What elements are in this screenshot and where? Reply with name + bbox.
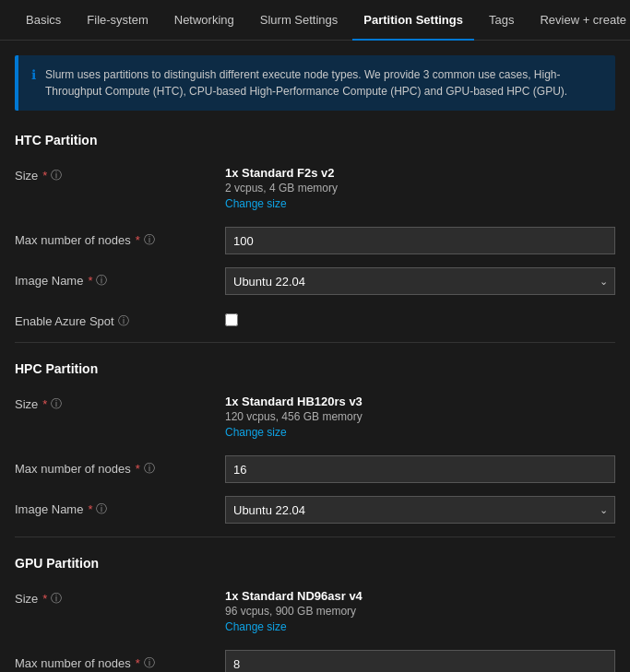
- hpc-gpu-divider: [15, 536, 615, 537]
- hpc-image-row: Image Name * ⓘ Ubuntu 22.04 ⌄: [15, 496, 615, 524]
- htc-image-select[interactable]: Ubuntu 22.04: [225, 267, 615, 295]
- hpc-size-display: 1x Standard HB120rs v3 120 vcpus, 456 GB…: [225, 391, 615, 442]
- htc-vm-name: 1x Standard F2s v2: [225, 166, 615, 180]
- htc-size-row: Size * ⓘ 1x Standard F2s v2 2 vcpus, 4 G…: [15, 162, 615, 214]
- htc-spot-checkbox[interactable]: [225, 313, 238, 326]
- htc-spot-control: [225, 308, 615, 329]
- htc-size-display: 1x Standard F2s v2 2 vcpus, 4 GB memory …: [225, 162, 615, 214]
- htc-image-label: Image Name * ⓘ: [15, 267, 218, 289]
- info-banner-text: Slurm uses partitions to distinguish dif…: [45, 66, 602, 100]
- nav-networking[interactable]: Networking: [163, 0, 245, 41]
- htc-image-required: *: [88, 274, 92, 288]
- htc-change-size-link[interactable]: Change size: [225, 197, 615, 210]
- gpu-max-nodes-info-icon[interactable]: ⓘ: [144, 655, 155, 671]
- htc-size-required: *: [42, 169, 47, 183]
- nav-partition[interactable]: Partition Settings: [352, 0, 474, 41]
- htc-spot-info-icon[interactable]: ⓘ: [118, 313, 129, 329]
- main-content: HTC Partition Size * ⓘ 1x Standard F2s v…: [0, 133, 630, 672]
- gpu-size-required: *: [42, 592, 47, 606]
- hpc-image-info-icon[interactable]: ⓘ: [96, 501, 107, 517]
- gpu-size-label: Size * ⓘ: [15, 585, 218, 607]
- gpu-vm-name: 1x Standard ND96asr v4: [225, 589, 615, 603]
- htc-max-nodes-label: Max number of nodes * ⓘ: [15, 227, 218, 248]
- hpc-image-label: Image Name * ⓘ: [15, 496, 218, 517]
- hpc-max-nodes-row: Max number of nodes * ⓘ: [15, 455, 615, 483]
- htc-image-select-wrapper: Ubuntu 22.04 ⌄: [225, 267, 615, 295]
- htc-max-nodes-required: *: [136, 233, 140, 247]
- htc-vm-detail: 2 vcpus, 4 GB memory: [225, 182, 615, 195]
- hpc-section: HPC Partition Size * ⓘ 1x Standard HB120…: [15, 361, 615, 524]
- htc-max-nodes-row: Max number of nodes * ⓘ: [15, 227, 615, 254]
- hpc-image-control: Ubuntu 22.04 ⌄: [225, 496, 615, 524]
- gpu-max-nodes-row: Max number of nodes * ⓘ: [15, 650, 615, 672]
- hpc-vm-name: 1x Standard HB120rs v3: [225, 395, 615, 408]
- gpu-size-row: Size * ⓘ 1x Standard ND96asr v4 96 vcpus…: [15, 585, 615, 637]
- htc-image-info-icon[interactable]: ⓘ: [96, 273, 107, 289]
- hpc-max-nodes-required: *: [136, 462, 140, 476]
- htc-image-row: Image Name * ⓘ Ubuntu 22.04 ⌄: [15, 267, 615, 295]
- htc-max-nodes-input[interactable]: [225, 227, 615, 254]
- hpc-vm-detail: 120 vcpus, 456 GB memory: [225, 410, 615, 423]
- hpc-image-select-wrapper: Ubuntu 22.04 ⌄: [225, 496, 615, 524]
- hpc-size-required: *: [42, 397, 47, 411]
- hpc-image-required: *: [88, 502, 92, 516]
- htc-spot-label: Enable Azure Spot ⓘ: [15, 308, 218, 329]
- nav-review[interactable]: Review + create: [529, 0, 630, 41]
- info-icon: ℹ: [31, 67, 36, 82]
- gpu-max-nodes-required: *: [136, 656, 140, 670]
- htc-image-value: Ubuntu 22.04: [233, 275, 305, 289]
- hpc-max-nodes-label: Max number of nodes * ⓘ: [15, 455, 218, 477]
- hpc-max-nodes-control: [225, 455, 615, 483]
- hpc-image-select[interactable]: Ubuntu 22.04: [225, 496, 615, 524]
- htc-max-nodes-info-icon[interactable]: ⓘ: [144, 232, 155, 248]
- hpc-max-nodes-input[interactable]: [225, 455, 615, 483]
- gpu-size-info-icon[interactable]: ⓘ: [51, 591, 62, 607]
- info-banner: ℹ Slurm uses partitions to distinguish d…: [15, 55, 615, 111]
- htc-max-nodes-control: [225, 227, 615, 254]
- hpc-image-value: Ubuntu 22.04: [233, 503, 305, 517]
- gpu-max-nodes-label: Max number of nodes * ⓘ: [15, 650, 218, 671]
- gpu-header: GPU Partition: [15, 556, 615, 571]
- hpc-max-nodes-info-icon[interactable]: ⓘ: [144, 461, 155, 477]
- htc-header: HTC Partition: [15, 133, 615, 147]
- htc-image-control: Ubuntu 22.04 ⌄: [225, 267, 615, 295]
- htc-size-label: Size * ⓘ: [15, 162, 218, 183]
- nav-tags[interactable]: Tags: [478, 0, 525, 41]
- hpc-size-label: Size * ⓘ: [15, 391, 218, 412]
- htc-hpc-divider: [15, 342, 615, 343]
- htc-section: HTC Partition Size * ⓘ 1x Standard F2s v…: [15, 133, 615, 329]
- gpu-section: GPU Partition Size * ⓘ 1x Standard ND96a…: [15, 556, 615, 672]
- hpc-size-info-icon[interactable]: ⓘ: [51, 396, 62, 412]
- nav-filesystem[interactable]: File-system: [76, 0, 159, 41]
- nav-slurm[interactable]: Slurm Settings: [249, 0, 350, 41]
- gpu-vm-detail: 96 vcpus, 900 GB memory: [225, 605, 615, 618]
- gpu-change-size-link[interactable]: Change size: [225, 620, 615, 633]
- hpc-change-size-link[interactable]: Change size: [225, 426, 615, 439]
- hpc-size-row: Size * ⓘ 1x Standard HB120rs v3 120 vcpu…: [15, 391, 615, 442]
- gpu-size-display: 1x Standard ND96asr v4 96 vcpus, 900 GB …: [225, 585, 615, 637]
- gpu-max-nodes-control: [225, 650, 615, 672]
- htc-size-info-icon[interactable]: ⓘ: [51, 168, 62, 183]
- gpu-max-nodes-input[interactable]: [225, 650, 615, 672]
- nav-basics[interactable]: Basics: [15, 0, 72, 41]
- hpc-header: HPC Partition: [15, 361, 615, 376]
- htc-spot-row: Enable Azure Spot ⓘ: [15, 308, 615, 329]
- top-nav: Basics File-system Networking Slurm Sett…: [0, 0, 630, 41]
